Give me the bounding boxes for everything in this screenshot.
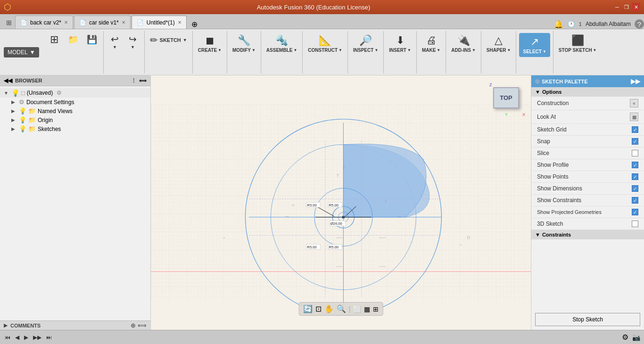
close-button[interactable]: ✕ [632,3,640,11]
fit-icon[interactable]: ⊡ [315,304,322,313]
show-constraints-checkbox[interactable]: ✓ [632,197,638,204]
browser-collapse-icon[interactable]: ◀◀ [4,77,12,84]
options-section-title[interactable]: ▼ Options [531,87,644,97]
palette-expand-icon[interactable]: ▶▶ [631,78,640,85]
show-points-checkbox[interactable]: ✓ [632,173,638,180]
3d-sketch-checkbox[interactable] [632,221,638,227]
inspect-button[interactable]: 🔎 INSPECT ▼ [351,33,380,54]
make-button[interactable]: 🖨 MAKE ▼ [420,33,443,54]
toolbar-group-construct: 📐 CONSTRUCT ▼ [303,31,348,74]
addins-button[interactable]: 🔌 ADD-INS ▼ [449,33,478,54]
modify-button[interactable]: 🔧 MODIFY ▼ [230,33,258,54]
bottom-tools: ⚙ 📷 [622,333,640,342]
slice-checkbox[interactable] [632,150,638,156]
redo-button[interactable]: ↪ ▼ [124,33,141,51]
help-icon[interactable]: ? [635,19,644,29]
comment-resize-icon[interactable]: ⟺ [138,322,147,329]
palette-row-show-points: Show Points ✓ [531,171,644,183]
tree-item-sketches[interactable]: ▶ 💡 📁 Sketches [0,124,150,133]
svg-text:O: O [467,235,470,240]
comment-add-icon[interactable]: ⊕ [131,322,136,329]
stop-sketch-button[interactable]: Stop Sketch [535,313,640,326]
capture-icon[interactable]: 📷 [632,334,640,341]
show-profile-checkbox[interactable]: ✓ [632,162,638,168]
tab-untitled[interactable]: 📄 Untitled*(1) ✕ [132,16,187,29]
shaper-button[interactable]: △ SHAPER ▼ [484,33,513,54]
insert-button[interactable]: ⬇ INSERT ▼ [387,33,413,54]
tab-close-untitled[interactable]: ✕ [178,20,182,25]
show-points-label: Show Points [537,173,569,180]
canvas-area[interactable]: R5.00 R5.00 Ø26.00 R5.00 R5.00 ⊣ ⊤ | ⊣ —… [151,75,531,330]
stop-sketch-toolbar-button[interactable]: ⬛ STOP SKETCH ▼ [556,33,599,54]
show-dimensions-checkbox[interactable]: ✓ [632,185,638,192]
play-next-button[interactable]: ▶▶ [32,333,42,342]
tree-settings-icon[interactable]: ⚙ [57,90,62,96]
sketch-line-button[interactable]: ✏ SKETCH ▼ [148,33,190,47]
viewcube[interactable]: TOP X Y Z [488,80,526,118]
tree-icon-bulb: 💡 [11,89,19,97]
settings-icon[interactable]: ⚙ [622,333,628,342]
tab-close-back-car[interactable]: ✕ [64,20,68,25]
tree-expand-doc[interactable]: ▶ [11,99,17,105]
tree-expand-views[interactable]: ▶ [11,108,17,114]
redo-icon: ↪ [129,34,137,44]
save-icon: 💾 [87,35,97,44]
tab-close-car-side[interactable]: ✕ [122,20,125,25]
toolbar-group-undo: ↩ ▼ ↪ ▼ [104,31,145,74]
display-mode-icon[interactable]: ⬜ [353,305,361,313]
play-prev-button[interactable]: ◀ [14,333,20,342]
palette-title: SKETCH PALETTE [542,79,588,84]
restore-button[interactable]: ❒ [622,3,631,11]
tree-expand-unsaved[interactable]: ▼ [4,90,9,96]
play-last-button[interactable]: ⏭ [45,333,53,342]
construct-button[interactable]: 📐 CONSTRUCT ▼ [305,33,345,54]
tree-item-doc-settings[interactable]: ▶ ⚙ Document Settings [0,98,150,106]
minimize-button[interactable]: ─ [613,3,621,11]
constraints-section-title[interactable]: ▼ Constraints [531,230,644,239]
select-button[interactable]: ↗ SELECT ▼ [519,33,550,57]
tree-item-named-views[interactable]: ▶ 💡 📁 Named Views [0,106,150,115]
construction-icon-button[interactable]: « [630,99,638,107]
open-file-button[interactable]: 📁 [65,34,82,45]
sketch-palette: SKETCH PALETTE ▶▶ ▼ Options Construction… [531,75,644,330]
tree-icon-folder-origin: 📁 [28,116,36,123]
model-label: MODEL [8,49,28,56]
assemble-button[interactable]: 🔩 ASSEMBLE ▼ [264,33,299,54]
save-button[interactable]: 💾 [83,34,100,45]
show-projected-checkbox[interactable]: ✓ [632,209,638,215]
tree-item-origin[interactable]: ▶ 💡 📁 Origin [0,115,150,124]
tree-item-unsaved[interactable]: ▼ 💡 □ (Unsaved) ⚙ [0,88,150,98]
comment-expand-icon[interactable]: ▶ [4,322,8,328]
pan-icon[interactable]: ✋ [324,304,334,313]
main-layout: ◀◀ BROWSER ⋮ ⟺ ▼ 💡 □ (Unsaved) ⚙ ▶ ⚙ Doc… [0,75,644,330]
tree-expand-sketches[interactable]: ▶ [11,126,17,131]
history-icon[interactable]: 🕐 [567,20,575,28]
new-tab-icon[interactable]: ⊕ [191,20,198,29]
window-title: Autodesk Fusion 360 (Education License) [14,4,613,11]
browser-more-icon[interactable]: ⋮ [131,78,136,84]
look-at-label: Look At [537,114,556,120]
orbit-icon[interactable]: 🔄 [303,304,313,313]
tab-back-car[interactable]: 📄 back car v2* ✕ [15,16,73,29]
tree-expand-origin[interactable]: ▶ [11,117,17,123]
sketch-grid-checkbox[interactable]: ✓ [632,126,638,133]
snap-checkbox[interactable]: ✓ [632,138,638,145]
play-first-button[interactable]: ⏮ [4,333,11,342]
tree-icon-folder-sketches: 📁 [28,125,36,132]
svg-text:R5.00: R5.00 [329,203,339,207]
look-at-icon-button[interactable]: ▦ [630,113,638,121]
grid-toggle-button[interactable]: ⊞ [46,33,63,46]
tab-car-side[interactable]: 📄 car side v1* ✕ [74,16,131,29]
play-button[interactable]: ▶ [23,333,29,342]
zoom-icon[interactable]: 🔍 [337,304,346,313]
view-options-icon[interactable]: ⊞ [373,305,379,313]
undo-button[interactable]: ↩ ▼ [107,33,124,51]
model-dropdown[interactable]: MODEL ▼ [4,47,39,57]
browser-resize-icon[interactable]: ⟺ [139,78,147,84]
create-button[interactable]: ◼ CREATE ▼ [196,33,224,54]
browser-panel: ◀◀ BROWSER ⋮ ⟺ ▼ 💡 □ (Unsaved) ⚙ ▶ ⚙ Doc… [0,75,151,330]
notification-icon[interactable]: 🔔 [554,20,563,29]
grid-view-icon[interactable]: ▦ [364,305,370,313]
toolbar-group-file: ⊞ 📁 💾 [43,31,104,74]
apps-grid-icon[interactable]: ⊞ [4,17,14,28]
